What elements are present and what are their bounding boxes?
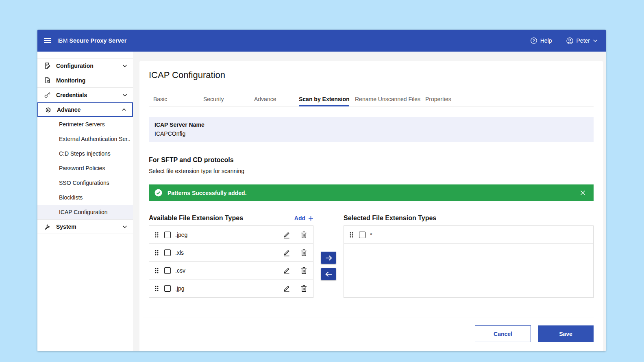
tab-advance[interactable]: Advance	[254, 93, 299, 106]
app-brand: IBMSecure Proxy Server	[57, 37, 126, 44]
drag-handle-icon[interactable]	[154, 249, 159, 256]
table-row: .jpeg	[149, 226, 313, 244]
brand-prefix: IBM	[57, 37, 68, 44]
delete-icon[interactable]	[300, 249, 307, 256]
chevron-down-icon	[593, 39, 598, 42]
delete-icon[interactable]	[300, 285, 307, 292]
table-row: *	[344, 226, 593, 244]
edit-icon[interactable]	[283, 249, 291, 257]
hamburger-menu-icon[interactable]	[44, 38, 51, 43]
add-pattern-button[interactable]: Add	[294, 215, 313, 221]
tab-basic[interactable]: Basic	[153, 93, 203, 106]
page-title: ICAP Configuration	[149, 70, 594, 80]
edit-icon[interactable]	[283, 231, 291, 239]
chevron-down-icon	[122, 93, 127, 97]
file-extension-label: .csv	[175, 267, 185, 274]
sidebar-item-monitoring[interactable]: Monitoring	[37, 73, 133, 88]
success-notification: Patterns Successfully added.	[149, 184, 594, 201]
gear-icon	[45, 106, 52, 113]
row-checkbox[interactable]	[164, 249, 171, 256]
tab-rename-unscanned-files[interactable]: Rename Unscanned Files	[355, 93, 425, 106]
available-heading: Available File Extension Types	[149, 215, 243, 222]
row-checkbox[interactable]	[164, 285, 171, 292]
drag-handle-icon[interactable]	[154, 232, 159, 238]
credentials-icon	[44, 91, 51, 98]
user-name: Peter	[577, 37, 590, 44]
table-row: .xls	[149, 244, 313, 262]
sidebar-item-external-authentication[interactable]: External Authentication Ser..	[37, 132, 133, 146]
sidebar-item-label: System	[56, 223, 76, 230]
transfer-controls	[313, 211, 344, 298]
file-extension-label: .xls	[175, 249, 184, 256]
sidebar-child-label: SSO Configurations	[59, 180, 109, 186]
app-window: IBMSecure Proxy Server ? Help Peter	[37, 30, 606, 351]
check-circle-icon	[154, 189, 162, 197]
row-checkbox[interactable]	[164, 267, 171, 274]
sidebar-item-advance[interactable]: Advance	[37, 102, 133, 117]
sidebar-item-icap-configuration[interactable]: ICAP Configuration	[37, 205, 133, 219]
tab-security[interactable]: Security	[203, 93, 254, 106]
sidebar-item-label: Credentials	[56, 92, 87, 98]
available-column: Available File Extension Types Add	[149, 211, 313, 298]
move-right-button[interactable]	[321, 251, 336, 264]
edit-icon[interactable]	[283, 267, 291, 275]
save-button[interactable]: Save	[538, 325, 594, 342]
tab-bar: Basic Security Advance Scan by Extension…	[149, 93, 594, 106]
row-checkbox[interactable]	[164, 232, 171, 238]
sidebar: Configuration Monitoring Credentials	[37, 52, 133, 351]
icap-server-name-value: ICAPCOnfig	[154, 130, 588, 137]
sidebar-item-system[interactable]: System	[37, 219, 133, 234]
sidebar-child-label: External Authentication Ser..	[59, 136, 131, 142]
icap-server-name-box: ICAP Server Name ICAPCOnfig	[149, 117, 594, 142]
sidebar-item-blocklists[interactable]: Blocklists	[37, 190, 133, 205]
sidebar-item-cd-steps-injections[interactable]: C:D Steps Injections	[37, 146, 133, 161]
section-heading: For SFTP and CD protocols	[149, 156, 594, 164]
sidebar-item-label: Advance	[57, 106, 80, 113]
drag-handle-icon[interactable]	[154, 285, 159, 292]
help-icon: ?	[530, 37, 537, 44]
help-label: Help	[540, 37, 552, 44]
footer-divider	[143, 317, 594, 317]
sidebar-item-credentials[interactable]: Credentials	[37, 88, 133, 102]
app-header: IBMSecure Proxy Server ? Help Peter	[37, 30, 606, 52]
add-label: Add	[294, 215, 305, 221]
cancel-button[interactable]: Cancel	[475, 325, 531, 342]
move-left-button[interactable]	[321, 268, 336, 280]
edit-icon[interactable]	[283, 284, 291, 293]
delete-icon[interactable]	[300, 231, 307, 238]
plus-icon	[308, 216, 313, 221]
chevron-up-icon	[122, 108, 126, 111]
sidebar-item-label: Configuration	[56, 63, 94, 69]
drag-handle-icon[interactable]	[154, 267, 159, 274]
arrow-left-icon	[325, 271, 333, 277]
available-list: .jpeg .xls	[149, 225, 313, 298]
sidebar-child-label: Blocklists	[59, 194, 83, 201]
section-subheading: Select file extension type for scanning	[149, 168, 594, 174]
sidebar-item-password-policies[interactable]: Password Policies	[37, 161, 133, 176]
file-extension-label: .jpeg	[175, 232, 187, 238]
brand-name: Secure Proxy Server	[70, 37, 127, 44]
help-button[interactable]: ? Help	[530, 37, 552, 44]
drag-handle-icon[interactable]	[349, 232, 354, 238]
arrow-right-icon	[325, 255, 333, 261]
selected-heading: Selected File Extension Types	[344, 215, 436, 222]
sidebar-item-sso-configurations[interactable]: SSO Configurations	[37, 176, 133, 190]
delete-icon[interactable]	[300, 267, 307, 274]
monitoring-icon	[44, 77, 51, 84]
user-menu[interactable]: Peter	[566, 37, 598, 45]
tab-properties[interactable]: Properties	[425, 93, 458, 106]
close-icon[interactable]	[579, 189, 587, 197]
chevron-down-icon	[122, 225, 127, 228]
table-row: .jpg	[149, 280, 313, 297]
user-icon	[566, 37, 574, 45]
sidebar-child-label: C:D Steps Injections	[59, 150, 111, 157]
sidebar-item-configuration[interactable]: Configuration	[37, 59, 133, 73]
sidebar-item-perimeter-servers[interactable]: Perimeter Servers	[37, 117, 133, 132]
footer-actions: Cancel Save	[149, 325, 594, 342]
wrench-icon	[44, 223, 51, 230]
sidebar-item-label: Monitoring	[56, 77, 85, 84]
icap-server-name-label: ICAP Server Name	[154, 121, 588, 128]
file-extension-label: *	[370, 232, 372, 238]
tab-scan-by-extension[interactable]: Scan by Extension	[299, 93, 355, 106]
row-checkbox[interactable]	[359, 232, 366, 238]
